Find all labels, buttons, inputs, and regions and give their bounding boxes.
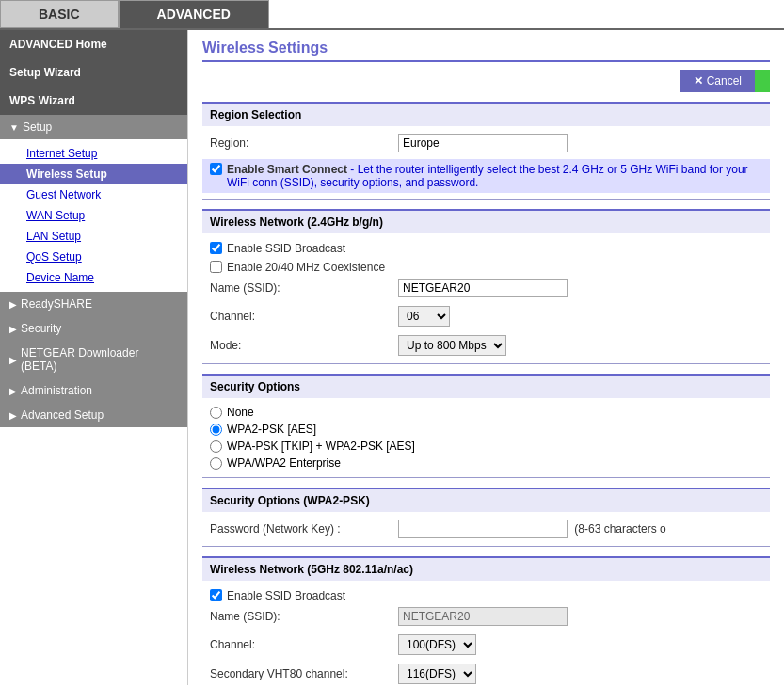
chevron-right-icon: ▶ — [9, 299, 17, 310]
toolbar: ✕ Cancel — [202, 70, 770, 92]
password-hint: (8-63 characters o — [574, 522, 665, 536]
sidebar-item-wireless-setup[interactable]: Wireless Setup — [0, 164, 187, 184]
enable-ssid-broadcast-checkbox[interactable] — [210, 242, 222, 254]
channel-row: Channel: 0102030405 060708091011Auto — [202, 304, 770, 328]
mode-row: Mode: Up to 54 MbpsUp to 217 MbpsUp to 4… — [202, 333, 770, 358]
secondary-vht80-row: Secondary VHT80 channel: 36404448 525660… — [202, 662, 770, 685]
channel-label: Channel: — [210, 310, 398, 323]
divider-1 — [202, 199, 770, 200]
region-value — [398, 134, 762, 152]
ssid-5g-input[interactable] — [398, 607, 568, 626]
cancel-button[interactable]: ✕ Cancel — [680, 70, 755, 92]
security-enterprise-label: WPA/WPA2 Enterprise — [227, 456, 341, 470]
region-input[interactable] — [398, 134, 568, 152]
chevron-right-icon-netgear: ▶ — [9, 355, 17, 365]
secondary-vht80-value-cell: 36404448 52566064 100(DFS)104(DFS)108(DF… — [398, 664, 762, 684]
tab-basic[interactable]: BASIC — [0, 0, 119, 28]
coexistence-row: Enable 20/40 MHz Coexistence — [202, 258, 770, 277]
ssid-row: Name (SSID): — [202, 277, 770, 299]
channel-value-cell: 0102030405 060708091011Auto — [398, 306, 762, 327]
divider-3 — [202, 477, 770, 478]
channel-5g-select[interactable]: 36404448 52566064 100(DFS) — [398, 634, 476, 655]
security-wpa2-radio[interactable] — [210, 424, 222, 436]
coexistence-label: Enable 20/40 MHz Coexistence — [227, 261, 385, 274]
status-indicator — [755, 70, 770, 92]
divider-2 — [202, 363, 770, 364]
smart-connect-checkbox[interactable] — [210, 163, 222, 175]
close-icon: ✕ — [694, 74, 703, 88]
smart-connect-row: Enable Smart Connect - Let the router in… — [202, 159, 770, 193]
ssid-broadcast-label: Enable SSID Broadcast — [227, 242, 345, 255]
mode-value-cell: Up to 54 MbpsUp to 217 MbpsUp to 450 Mbp… — [398, 335, 762, 356]
sidebar-item-device-name[interactable]: Device Name — [0, 267, 187, 288]
wireless-24-section-header: Wireless Network (2.4GHz b/g/n) — [202, 209, 770, 233]
ssid-5g-value-cell — [398, 607, 762, 626]
ssid-input[interactable] — [398, 279, 568, 297]
ssid-5g-row: Name (SSID): — [202, 605, 770, 628]
main-content: Wireless Settings ✕ Cancel Region Select… — [188, 30, 784, 685]
sidebar-item-qos-setup[interactable]: QoS Setup — [0, 247, 187, 267]
security-wpa-label: WPA-PSK [TKIP] + WPA2-PSK [AES] — [227, 440, 415, 453]
security-none-row: None — [202, 404, 770, 421]
sidebar-item-internet-setup[interactable]: Internet Setup — [0, 143, 187, 164]
security-enterprise-radio[interactable] — [210, 457, 222, 470]
mode-select[interactable]: Up to 54 MbpsUp to 217 MbpsUp to 450 Mbp… — [398, 335, 506, 356]
chevron-right-icon-adv: ▶ — [9, 410, 17, 421]
ssid-broadcast-5g-label: Enable SSID Broadcast — [227, 589, 345, 602]
channel-5g-row: Channel: 36404448 52566064 100(DFS) — [202, 632, 770, 657]
ssid-broadcast-row: Enable SSID Broadcast — [202, 239, 770, 258]
tab-advanced[interactable]: ADVANCED — [119, 0, 269, 28]
security-none-radio[interactable] — [210, 407, 222, 419]
security-wpa2-row: WPA2-PSK [AES] — [202, 421, 770, 438]
password-input[interactable] — [398, 520, 568, 538]
security-wpa2-label: WPA2-PSK [AES] — [227, 423, 316, 436]
channel-5g-value-cell: 36404448 52566064 100(DFS) — [398, 634, 762, 655]
ssid-5g-label: Name (SSID): — [210, 610, 398, 623]
sidebar-section-readyshare[interactable]: ▶ ReadySHARE — [0, 292, 187, 316]
sidebar-item-guest-network[interactable]: Guest Network — [0, 184, 187, 205]
password-label: Password (Network Key) : — [210, 522, 398, 536]
secondary-vht80-select[interactable]: 36404448 52566064 100(DFS)104(DFS)108(DF… — [398, 664, 476, 684]
region-row: Region: — [202, 132, 770, 154]
smart-connect-label: Enable Smart Connect - Let the router in… — [227, 163, 762, 189]
security-none-label: None — [227, 406, 254, 419]
sidebar-section-security[interactable]: ▶ Security — [0, 316, 187, 341]
sidebar-setup-submenu: Internet Setup Wireless Setup Guest Netw… — [0, 139, 187, 292]
security-wpa-radio[interactable] — [210, 440, 222, 453]
enable-ssid-broadcast-5g-checkbox[interactable] — [210, 589, 222, 601]
sidebar: ADVANCED Home Setup Wizard WPS Wizard ▼ … — [0, 30, 188, 685]
channel-select[interactable]: 0102030405 060708091011Auto — [398, 306, 450, 327]
chevron-right-icon-admin: ▶ — [9, 386, 17, 396]
enable-coexistence-checkbox[interactable] — [210, 261, 222, 273]
sidebar-item-advanced-home[interactable]: ADVANCED Home — [0, 30, 187, 58]
sidebar-section-setup[interactable]: ▼ Setup — [0, 115, 187, 139]
ssid-broadcast-5g-row: Enable SSID Broadcast — [202, 586, 770, 605]
ssid-value-cell — [398, 279, 762, 297]
sidebar-section-advanced-setup[interactable]: ▶ Advanced Setup — [0, 403, 187, 427]
sidebar-section-netgear-downloader[interactable]: ▶ NETGEAR Downloader (BETA) — [0, 341, 187, 378]
sidebar-item-setup-wizard[interactable]: Setup Wizard — [0, 58, 187, 87]
mode-label: Mode: — [210, 339, 398, 352]
channel-5g-label: Channel: — [210, 638, 398, 651]
sidebar-section-administration[interactable]: ▶ Administration — [0, 378, 187, 403]
wireless-5g-section-header: Wireless Network (5GHz 802.11a/n/ac) — [202, 556, 770, 581]
secondary-vht80-label: Secondary VHT80 channel: — [210, 667, 398, 680]
page-title: Wireless Settings — [202, 40, 770, 62]
region-section-header: Region Selection — [202, 102, 770, 126]
divider-4 — [202, 546, 770, 547]
region-label: Region: — [210, 136, 398, 150]
chevron-right-icon-security: ▶ — [9, 324, 17, 334]
security-wpa-row: WPA-PSK [TKIP] + WPA2-PSK [AES] — [202, 438, 770, 455]
password-value-cell: (8-63 characters o — [398, 520, 762, 538]
sidebar-item-wps-wizard[interactable]: WPS Wizard — [0, 87, 187, 115]
chevron-down-icon: ▼ — [9, 122, 19, 133]
security-options-section-header: Security Options — [202, 374, 770, 398]
ssid-label: Name (SSID): — [210, 281, 398, 295]
security-wpa2-section-header: Security Options (WPA2-PSK) — [202, 488, 770, 512]
sidebar-item-lan-setup[interactable]: LAN Setup — [0, 226, 187, 247]
security-enterprise-row: WPA/WPA2 Enterprise — [202, 455, 770, 472]
password-row: Password (Network Key) : (8-63 character… — [202, 518, 770, 540]
sidebar-item-wan-setup[interactable]: WAN Setup — [0, 205, 187, 226]
